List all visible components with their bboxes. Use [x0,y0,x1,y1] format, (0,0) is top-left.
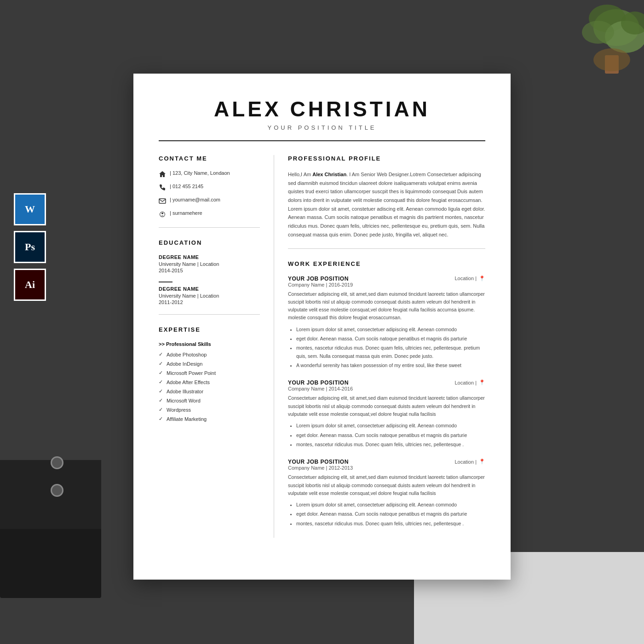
email-icon [159,197,166,205]
edu-separator [159,282,172,282]
job-company: Company Name | 2012-2013 [288,465,485,471]
skype-icon [159,211,166,218]
job-bullets: Lorem ipsum dolor sit amet, consectetuer… [288,326,485,370]
svg-point-3 [582,21,614,44]
word-icon-box: W [14,193,46,225]
check-icon: ✓ [159,361,163,367]
bullet-item: montes, nascetur ridiculus mus. Donec qu… [296,520,485,528]
bullet-item: montes, nascetur ridiculus mus. Donec qu… [296,441,485,448]
skill-item: ✓Adobe Illustrator [159,388,260,394]
degree-2: DEGREE NAME [159,286,260,292]
education-section-title: EDUCATION [159,239,260,246]
location-pin-icon: 📍 [479,276,485,282]
job-location: Location | 📍 [454,459,485,465]
right-column: PROFESSIONAL PROFILE Hello,I Am Alex Chr… [274,155,485,538]
phone-text: | 012 455 2145 [170,184,203,189]
check-icon: ✓ [159,351,163,357]
resume-document: ALEX CHRISTIAN YOUR POSITION TITLE CONTA… [133,74,511,580]
expertise-category: >> Professional Skills [159,341,260,347]
skill-item: ✓Microsoft Word [159,397,260,403]
profile-intro: Hello,I Am [288,172,312,177]
school-1: University Name | Location [159,261,260,267]
ai-label: Ai [25,279,35,291]
illustrator-icon-box: Ai [14,269,46,301]
job-header: YOUR JOB POSITION Location | 📍 [288,380,485,386]
skill-name: Microsoft Power Point [167,370,216,376]
address-text: | 123, City Name, Londaon [170,170,230,176]
profile-name: Alex Christian [312,172,346,177]
contact-skype: | surnamehere [159,210,260,218]
profile-body: Lotrem Consectetuer adipiscing sed diamn… [288,172,485,237]
word-label: W [25,203,35,215]
location-pin-icon: 📍 [479,459,485,465]
bullet-item: Lorem ipsum dolor sit amet, consectetuer… [296,422,485,430]
bullet-item: eget dolor. Aenean massa. Cum sociis nat… [296,431,485,439]
job-header: YOUR JOB POSITION Location | 📍 [288,276,485,282]
year-2: 2011-2012 [159,299,260,305]
job-position: YOUR JOB POSITION [288,276,349,282]
bullet-item: eget dolor. Aenean massa. Cum sociis nat… [296,335,485,343]
skill-name: Adobe InDesign [167,361,202,367]
location-pin-icon: 📍 [479,380,485,385]
skill-name: Adobe Photoshop [167,352,207,357]
home-icon [159,171,166,178]
contact-phone: | 012 455 2145 [159,184,260,191]
skill-name: Wordpress [167,407,191,413]
education-item-2: DEGREE NAME University Name | Location 2… [159,286,260,305]
plant-decoration [515,0,644,101]
education-item-1: DEGREE NAME University Name | Location 2… [159,254,260,273]
check-icon: ✓ [159,407,163,413]
job-description: Consectetuer adipiscing elit, sit amet,s… [288,394,485,418]
skill-name: Affiliate Marketing [167,416,207,422]
candidate-name: ALEX CHRISTIAN [159,97,485,121]
job-company: Company Name | 2016-2019 [288,282,485,288]
job-description: Consectetuer adipiscing elit, sit amet,s… [288,290,485,322]
resume-body: CONTACT ME | 123, City Name, Londaon | 0… [159,155,485,538]
skill-name: Microsoft Word [167,398,201,403]
job-description: Consectetuer adipiscing elit, sit amet,s… [288,473,485,497]
bullet-item: A wonderful serenity has taken possessio… [296,362,485,369]
year-1: 2014-2015 [159,268,260,273]
phone-icon [159,184,166,191]
skill-item: ✓Affiliate Marketing [159,416,260,422]
bullet-item: Lorem ipsum dolor sit amet, consectetuer… [296,326,485,334]
left-column: CONTACT ME | 123, City Name, Londaon | 0… [159,155,260,538]
envelope-decoration [0,460,101,598]
job-location: Location | 📍 [454,380,485,385]
work-section-title: WORK EXPERIENCE [288,260,485,267]
candidate-title: YOUR POSITION TITLE [159,124,485,131]
envelope-circle-2 [51,484,63,497]
job-bullets: Lorem ipsum dolor sit amet, consectetuer… [288,501,485,528]
bullet-item: montes, nascetur ridiculus mus. Donec qu… [296,344,485,360]
svg-point-6 [593,48,630,71]
check-icon: ✓ [159,416,163,422]
envelope-flap [0,460,101,529]
contact-email: | yourname@mail.com [159,197,260,205]
check-icon: ✓ [159,379,163,385]
school-2: University Name | Location [159,293,260,299]
job-position: YOUR JOB POSITION [288,459,349,465]
job-company: Company Name | 2014-2016 [288,386,485,391]
expertise-category-text: >> Professional Skills [159,341,211,347]
expertise-section-title: EXPERTISE [159,326,260,333]
degree-1: DEGREE NAME [159,254,260,260]
profile-name-after: . I Am Senior Web Designer. [346,172,410,177]
profile-divider [288,248,485,249]
skill-item: ✓Adobe After Effects [159,379,260,385]
software-icon-boxes: W Ps Ai [14,193,46,301]
resume-header: ALEX CHRISTIAN YOUR POSITION TITLE [159,97,485,141]
svg-rect-7 [159,199,166,203]
ps-label: Ps [25,241,35,253]
skill-item: ✓Adobe Photoshop [159,351,260,357]
job-bullets: Lorem ipsum dolor sit amet, consectetuer… [288,422,485,448]
check-icon: ✓ [159,388,163,394]
profile-text: Hello,I Am Alex Christian. I Am Senior W… [288,170,485,239]
bullet-item: eget dolor. Aenean massa. Cum sociis nat… [296,510,485,518]
check-icon: ✓ [159,370,163,376]
skill-name: Adobe After Effects [167,380,210,385]
skill-item: ✓Adobe InDesign [159,361,260,367]
job-item-3: YOUR JOB POSITION Location | 📍 Company N… [288,459,485,528]
check-icon: ✓ [159,397,163,403]
job-location: Location | 📍 [454,276,485,282]
skill-item: ✓Microsoft Power Point [159,370,260,376]
